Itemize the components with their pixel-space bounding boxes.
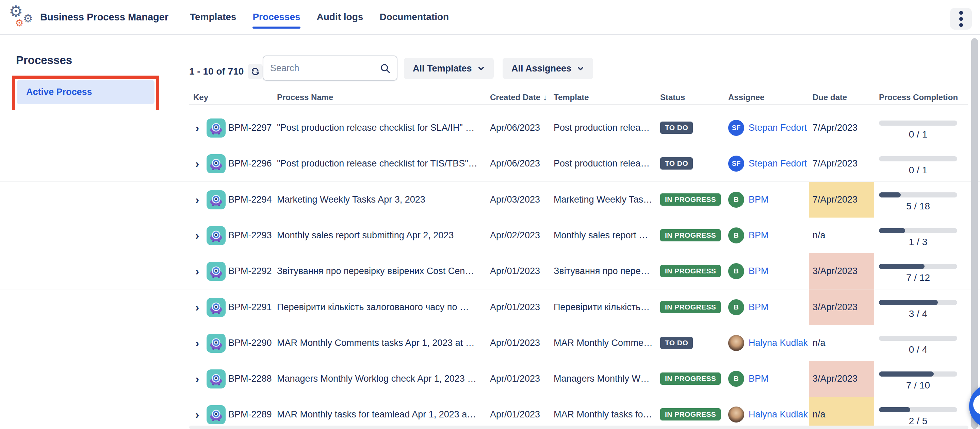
expand-chevron-icon[interactable]: › [195,191,199,208]
progress-fraction: 3 / 4 [879,308,957,319]
assignee-link[interactable]: BPM [749,230,808,241]
assignee-link[interactable]: Halyna Kudlak [749,409,808,420]
expand-chevron-icon[interactable]: › [195,227,199,244]
progress-bar-track [879,156,957,161]
column-header-process-name[interactable]: Process Name [277,92,333,102]
progress-bar-fill [879,228,905,233]
tab-processes[interactable]: Processes [253,10,300,24]
expand-chevron-icon[interactable]: › [195,155,199,172]
gear-icon: ⚙ [23,13,33,24]
main-nav: TemplatesProcessesAudit logsDocumentatio… [190,10,449,24]
vertical-scrollbar-thumb[interactable] [971,38,978,429]
column-header-due-date[interactable]: Due date [813,92,847,102]
progress-bar-fill [879,372,934,376]
process-app-icon [207,118,226,137]
search-icon [379,62,391,75]
process-app-icon [207,405,226,424]
column-header-key[interactable]: Key [193,92,208,102]
column-header-label: Process Completion [879,92,958,102]
app-header: ⚙ ⚙ ⚙ Business Process Manager Templates… [0,0,980,35]
process-completion: 0 / 4 [879,325,957,361]
table-row[interactable]: › BPM-2294 Marketing Weekly Tasks Apr 3,… [0,182,980,218]
expand-chevron-icon[interactable]: › [195,299,199,315]
column-header-label: Template [554,92,589,102]
process-name: Marketing Weekly Tasks Apr 3, 2023 [277,195,483,205]
process-name: "Post production release checklist for T… [277,158,483,169]
result-count: 1 - 10 of 710 [189,64,263,79]
search-input[interactable] [263,56,382,80]
process-completion: 7 / 12 [879,253,957,289]
expand-chevron-icon[interactable]: › [195,335,199,351]
due-date: 7/Apr/2023 [813,195,858,205]
table-row[interactable]: › BPM-2296 "Post production release chec… [0,146,980,182]
alien-saucer-icon [207,298,226,317]
assignee-link[interactable]: Halyna Kudlak [749,338,808,348]
column-header-template[interactable]: Template [554,92,589,102]
status-badge: IN PROGRESS [660,265,721,277]
created-date: Apr/06/2023 [490,123,540,133]
assignee-link[interactable]: Stepan Fedort [749,158,808,169]
progress-fraction: 7 / 12 [879,273,957,283]
process-key: BPM-2292 [228,266,272,276]
status-badge: IN PROGRESS [660,301,721,313]
progress-bar-track [879,407,957,412]
column-header-process-completion[interactable]: Process Completion [879,92,958,102]
tab-templates[interactable]: Templates [190,10,236,24]
process-key: BPM-2290 [228,338,272,348]
table-row[interactable]: › BPM-2291 Перевірити кількість залогова… [0,289,980,326]
template-filter-dropdown[interactable]: All Templates [404,58,494,79]
horizontal-scrollbar-track[interactable] [189,426,969,429]
column-header-created-date[interactable]: Created Date↓ [490,92,547,102]
result-count-label: 1 - 10 of 710 [189,66,243,77]
column-header-status[interactable]: Status [660,92,685,102]
kebab-icon [959,11,963,14]
more-options-button[interactable] [950,8,972,30]
column-header-label: Due date [813,92,847,102]
expand-chevron-icon[interactable]: › [195,406,199,423]
process-key: BPM-2293 [228,230,272,241]
column-header-label: Key [193,92,208,102]
app-logo-gears-icon: ⚙ ⚙ ⚙ [9,2,40,33]
assignee-link[interactable]: BPM [749,302,808,313]
template-name: Перевірити кількість… [554,302,653,313]
table-row[interactable]: › BPM-2290 MAR Monthly Comments tasks Ap… [0,325,980,362]
due-date-cell: 3/Apr/2023 [809,361,874,397]
created-date: Apr/01/2023 [490,409,540,420]
sidebar-item-active-process[interactable]: Active Process [17,80,154,104]
process-app-icon [207,298,226,317]
assignee-link[interactable]: Stepan Fedort [749,123,808,133]
progress-fraction: 5 / 18 [879,201,957,212]
avatar: SF [728,120,744,136]
process-app-icon [207,369,226,389]
assignee-link[interactable]: BPM [749,266,808,276]
process-app-icon [207,226,226,245]
table-row[interactable]: › BPM-2297 "Post production release chec… [0,110,980,147]
expand-chevron-icon[interactable]: › [195,263,199,279]
assignee-link[interactable]: BPM [749,195,808,205]
process-key: BPM-2291 [228,302,272,313]
table-row[interactable]: › BPM-2288 Managers Monthly Worklog chec… [0,361,980,397]
table-row[interactable]: › BPM-2289 MAR Monthly tasks for teamlea… [0,397,980,429]
process-completion: 0 / 1 [879,110,957,146]
created-date: Apr/01/2023 [490,302,540,313]
table-row[interactable]: › BPM-2293 Monthly sales report submitti… [0,218,980,254]
tab-audit-logs[interactable]: Audit logs [317,10,363,24]
tab-documentation[interactable]: Documentation [379,10,449,24]
due-date-cell: n/a [809,397,874,429]
expand-chevron-icon[interactable]: › [195,370,199,387]
column-header-assignee[interactable]: Assignee [728,92,765,102]
avatar: B [728,263,744,279]
expand-chevron-icon[interactable]: › [195,120,199,136]
due-date-cell: 3/Apr/2023 [809,253,874,289]
assignee-filter-dropdown[interactable]: All Assignees [503,58,593,79]
progress-bar-fill [879,264,924,269]
process-name: Звітування про перевірку ввірених Cost C… [277,266,483,276]
assignee-link[interactable]: BPM [749,373,808,384]
table-row[interactable]: › BPM-2292 Звітування про перевірку ввір… [0,253,980,290]
refresh-button[interactable] [248,64,263,79]
process-completion: 1 / 3 [879,218,957,253]
table-header-divider [189,104,968,105]
progress-bar-track [879,228,957,233]
alien-saucer-icon [207,262,226,281]
template-name: MAR Monthly Comme… [554,338,653,348]
